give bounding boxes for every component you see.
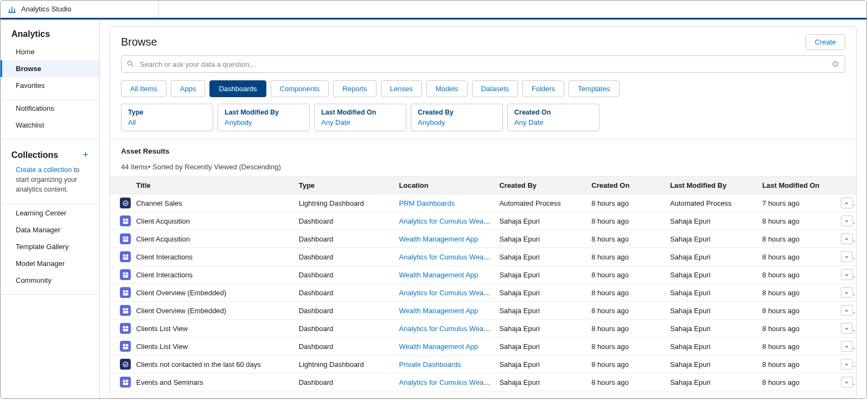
app-logo[interactable]: Analytics Studio [7, 4, 72, 14]
sidebar: AnalyticsHomeBrowseFavoritesNotification… [1, 20, 100, 398]
row-location[interactable]: Wealth Management App [399, 271, 478, 279]
svg-rect-28 [123, 329, 128, 331]
row-action-menu[interactable] [841, 377, 853, 388]
column-header-last-modified-on[interactable]: Last Modified On [758, 177, 837, 194]
row-type: Lightning Dashboard [295, 355, 395, 373]
table-row[interactable]: Client Overview (Embedded)DashboardWealt… [110, 302, 856, 320]
row-created-by: Sahaja Epuri [495, 320, 587, 338]
svg-rect-19 [123, 275, 128, 277]
row-location[interactable]: PRM Dashboards [399, 199, 455, 207]
row-action-menu[interactable] [841, 251, 853, 262]
row-created-on: 8 hours ago [587, 338, 666, 355]
row-last-modified-by: Sahaja Epuri [666, 266, 758, 284]
row-type: Dashboard [295, 248, 395, 266]
sidebar-item-data-manager[interactable]: Data Manager [1, 221, 99, 238]
sidebar-item-model-manager[interactable]: Model Manager [1, 255, 99, 272]
svg-rect-21 [126, 290, 128, 292]
row-location[interactable]: Wealth Management App [399, 307, 478, 315]
row-action-menu[interactable] [841, 287, 853, 298]
row-location[interactable]: Analytics for Cumulus Wealt... [399, 253, 493, 261]
filter-pill-folders[interactable]: Folders [522, 80, 564, 97]
filter-pill-datasets[interactable]: Datasets [472, 80, 518, 97]
svg-rect-26 [123, 326, 125, 328]
filter-pill-all-items[interactable]: All Items [121, 80, 167, 97]
filter-pill-templates[interactable]: Templates [569, 80, 619, 97]
row-location[interactable]: Analytics for Cumulus Wealt... [399, 217, 493, 225]
sidebar-item-home[interactable]: Home [1, 43, 99, 60]
row-last-modified-on: 8 hours ago [758, 212, 837, 230]
filter-pill-lenses[interactable]: Lenses [381, 80, 422, 97]
filter-label: Type [128, 109, 206, 116]
row-location[interactable]: Private Dashboards [399, 360, 461, 369]
table-row[interactable]: Clients List ViewDashboardAnalytics for … [110, 320, 856, 338]
add-collection-icon[interactable]: + [82, 149, 88, 161]
sidebar-item-browse[interactable]: Browse [1, 60, 99, 77]
row-title: Client Acquisition [132, 230, 295, 248]
sidebar-heading: Analytics [1, 20, 99, 43]
dashboard-icon [120, 377, 131, 388]
create-collection-link[interactable]: Create a collection [16, 166, 72, 174]
column-header-type[interactable]: Type [295, 177, 395, 194]
sidebar-item-learning-center[interactable]: Learning Center [1, 205, 99, 221]
row-location[interactable]: Analytics for Cumulus Wealt... [399, 378, 493, 386]
row-action-menu[interactable] [841, 323, 853, 334]
row-location[interactable]: Analytics for Cumulus Wealt... [399, 289, 493, 297]
table-row[interactable]: Events and SeminarsDashboardAnalytics fo… [110, 373, 856, 391]
column-header-created-by[interactable]: Created By [495, 177, 587, 194]
filter-type[interactable]: TypeAll [121, 104, 213, 131]
row-action-menu[interactable] [841, 269, 853, 280]
filter-value: Anybody [418, 118, 496, 126]
sidebar-item-template-gallery[interactable]: Template Gallery [1, 238, 99, 255]
filter-pill-apps[interactable]: Apps [171, 80, 206, 97]
table-row[interactable]: Client InteractionsDashboardWealth Manag… [110, 266, 856, 284]
column-header-created-on[interactable]: Created On [587, 177, 666, 194]
row-location[interactable]: Wealth Management App [399, 235, 478, 243]
row-action-menu[interactable] [841, 341, 853, 352]
filter-pill-dashboards[interactable]: Dashboards [209, 80, 266, 97]
search-input[interactable] [121, 55, 845, 73]
sidebar-heading: Collections+ [1, 139, 99, 165]
row-action-menu[interactable] [841, 359, 853, 370]
svg-rect-13 [123, 239, 128, 242]
collections-description: Create a collection to start organizing … [1, 165, 99, 199]
dashboard-icon [120, 305, 131, 316]
app-name: Analytics Studio [21, 5, 72, 13]
row-title: Channel Sales [132, 194, 295, 212]
table-row[interactable]: Client AcquisitionDashboardWealth Manage… [110, 230, 856, 248]
create-button[interactable]: Create [806, 34, 845, 50]
table-row[interactable]: Client InteractionsDashboardAnalytics fo… [110, 248, 856, 266]
sidebar-item-community[interactable]: Community [1, 272, 99, 289]
lightning-dashboard-icon [120, 359, 131, 370]
row-last-modified-on: 8 hours ago [758, 302, 837, 320]
column-header-location[interactable]: Location [395, 177, 495, 194]
row-action-menu[interactable] [841, 215, 853, 226]
row-location[interactable]: Analytics for Cumulus Wealt... [399, 325, 493, 333]
column-header-title[interactable]: Title [132, 177, 295, 194]
filter-last-modified-on[interactable]: Last Modified OnAny Date [314, 104, 406, 131]
filter-created-on[interactable]: Created OnAny Date [507, 104, 599, 131]
row-action-menu[interactable] [841, 198, 853, 208]
sidebar-item-notifications[interactable]: Notifications [1, 100, 99, 117]
row-title: Events and Seminars [132, 373, 295, 391]
table-row[interactable]: Clients not contacted in the last 60 day… [110, 355, 856, 373]
filter-pill-components[interactable]: Components [271, 80, 329, 97]
table-row[interactable]: Client Overview (Embedded)DashboardAnaly… [110, 284, 856, 302]
results-subheading: 44 Items• Sorted by Recently Viewed (Des… [110, 157, 856, 176]
sidebar-item-watchlist[interactable]: Watchlist [1, 117, 99, 134]
sidebar-item-favorites[interactable]: Favorites [1, 77, 99, 94]
row-action-menu[interactable] [841, 305, 853, 316]
table-row[interactable]: Client AcquisitionDashboardAnalytics for… [110, 212, 856, 230]
filter-pill-models[interactable]: Models [426, 80, 468, 97]
table-row[interactable]: Channel SalesLightning DashboardPRM Dash… [110, 194, 856, 212]
filter-created-by[interactable]: Created ByAnybody [411, 104, 503, 131]
row-location[interactable]: Wealth Management App [399, 342, 478, 351]
column-header-last-modified-by[interactable]: Last Modified By [666, 177, 758, 194]
svg-rect-16 [123, 257, 128, 259]
search-icon [126, 60, 135, 68]
row-action-menu[interactable] [841, 233, 853, 244]
clear-icon[interactable] [831, 60, 840, 68]
row-title: Clients List View [132, 338, 295, 355]
table-row[interactable]: Clients List ViewDashboardWealth Managem… [110, 338, 856, 355]
filter-pill-reports[interactable]: Reports [333, 80, 376, 97]
filter-last-modified-by[interactable]: Last Modified ByAnybody [218, 104, 310, 131]
